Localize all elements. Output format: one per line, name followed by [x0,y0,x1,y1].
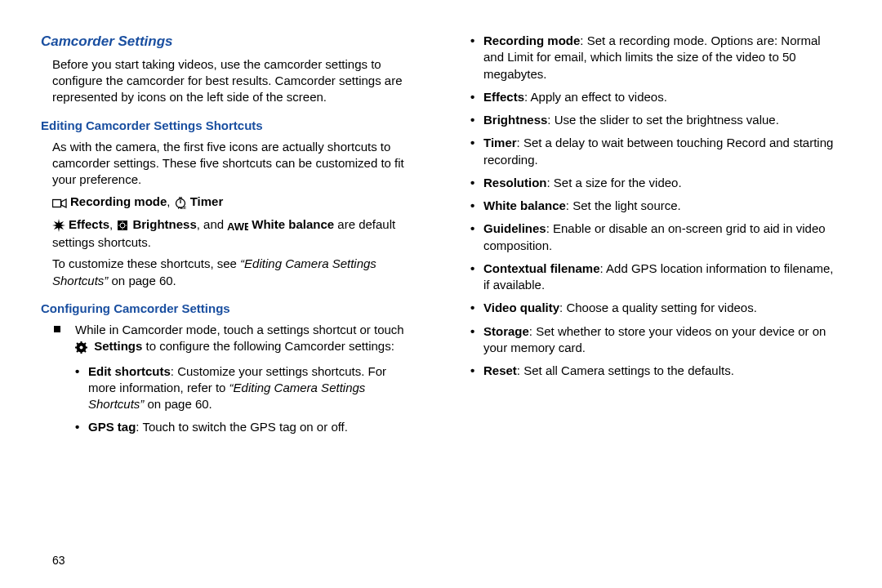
bullet-video-quality: Video quality: Choose a quality setting … [470,300,841,316]
shortcut-line-1: Recording mode, OFF Timer [52,194,416,212]
bullet-edit-shortcuts: Edit shortcuts: Customize your settings … [75,363,416,413]
intro-paragraph: Before you start taking videos, use the … [52,56,416,106]
effects-label: Effects [69,217,109,231]
left-column: Camcorder Settings Before you start taki… [41,33,416,443]
page-spread: Camcorder Settings Before you start taki… [0,0,882,459]
svg-text:OFF: OFF [178,206,186,209]
settings-label: Settings [91,339,142,353]
customize-paragraph: To customize these shortcuts, see “Editi… [52,256,416,289]
bullet-effects: Effects: Apply an effect to videos. [470,89,841,105]
bullet-gps-tag: GPS tag: Touch to switch the GPS tag on … [75,419,416,435]
brightness-icon [116,218,129,234]
brightness-label: Brightness [132,217,196,231]
bullet-white-balance: White balance: Set the light source. [470,198,841,214]
recording-mode-icon [52,195,67,212]
nested-bullet-list: Edit shortcuts: Customize your settings … [75,363,416,436]
square-bullet-item: While in Camcorder mode, touch a setting… [41,322,416,436]
page-number: 63 [52,554,65,567]
shortcut-line-2: Effects, Brightness, and AWB White balan… [52,216,416,252]
timer-label: Timer [190,194,224,208]
timer-icon: OFF [174,195,187,212]
settings-gear-icon [75,340,87,356]
white-balance-label: White balance [252,217,334,231]
svg-rect-0 [53,199,61,207]
subhead-configuring-camcorder: Configuring Camcorder Settings [41,301,416,317]
svg-line-21 [84,343,86,345]
editing-shortcuts-paragraph: As with the camera, the first five icons… [52,139,416,189]
svg-line-20 [77,350,78,352]
right-column: Recording mode: Set a recording mode. Op… [466,33,841,443]
svg-line-19 [84,350,86,352]
bullet-brightness: Brightness: Use the slider to set the br… [470,112,841,128]
bullet-reset: Reset: Set all Camera settings to the de… [470,363,841,379]
recording-mode-label: Recording mode [70,194,167,208]
bullet-timer: Timer: Set a delay to wait between touch… [470,135,841,168]
svg-point-13 [80,346,83,350]
section-heading-camcorder-settings: Camcorder Settings [41,33,416,51]
effects-icon [52,218,65,234]
subhead-editing-shortcuts: Editing Camcorder Settings Shortcuts [41,118,416,134]
right-bullet-list: Recording mode: Set a recording mode. Op… [470,33,841,379]
bullet-resolution: Resolution: Set a size for the video. [470,175,841,191]
white-balance-icon: AWB [227,218,248,234]
square-bullet-list: While in Camcorder mode, touch a setting… [41,322,416,436]
svg-text:AWB: AWB [227,220,248,232]
bullet-recording-mode: Recording mode: Set a recording mode. Op… [470,33,841,82]
bullet-guidelines: Guidelines: Enable or disable an on-scre… [470,220,841,254]
bullet-contextual-filename: Contextual filename: Add GPS location in… [470,261,841,294]
bullet-storage: Storage: Set whether to store your video… [470,323,841,357]
svg-line-18 [77,343,78,345]
